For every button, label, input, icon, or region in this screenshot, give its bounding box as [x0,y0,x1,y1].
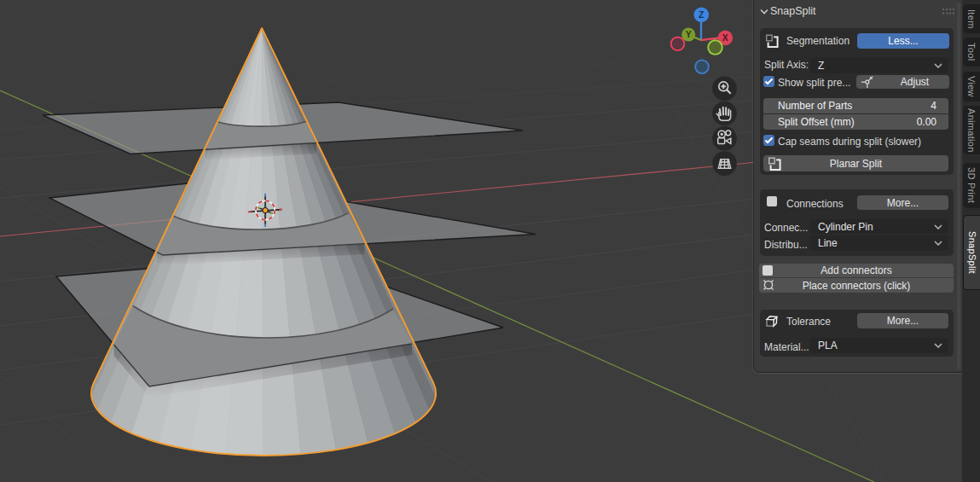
svg-text:X: X [722,32,728,43]
svg-text:Y: Y [686,29,692,39]
svg-text:Z: Z [699,9,705,20]
